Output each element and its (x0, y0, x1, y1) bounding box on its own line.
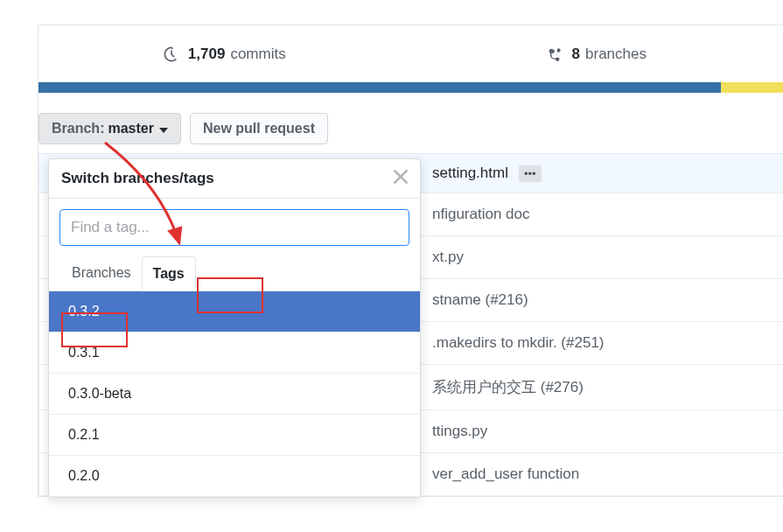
commit-file: setting.html (432, 164, 508, 182)
tag-item[interactable]: 0.2.1 (49, 415, 420, 456)
branch-tag-dropdown: Switch branches/tags Branches Tags 0.3.2… (48, 158, 421, 498)
new-pr-label: New pull request (203, 121, 315, 136)
tag-search-input[interactable] (59, 209, 409, 246)
tag-item[interactable]: 0.3.0-beta (49, 374, 420, 415)
tag-item[interactable]: 0.3.2 (49, 291, 420, 332)
history-icon (164, 46, 179, 62)
branch-value: master (108, 121, 153, 136)
caret-down-icon (159, 121, 168, 136)
tag-item[interactable]: 0.3.1 (49, 332, 420, 374)
branch-prefix: Branch: (52, 121, 104, 136)
branches-label: branches (585, 46, 647, 63)
new-pull-request-button[interactable]: New pull request (190, 113, 328, 144)
commit-ellipsis-button[interactable]: ••• (519, 165, 542, 182)
branch-select-button[interactable]: Branch: master (38, 113, 181, 144)
tab-tags[interactable]: Tags (142, 256, 196, 291)
branches-count: 8 (572, 46, 580, 63)
commits-label: commits (230, 46, 285, 63)
dropdown-title: Switch branches/tags (61, 170, 214, 187)
commits-count: 1,709 (188, 46, 226, 63)
tab-branches[interactable]: Branches (61, 256, 142, 290)
tag-item[interactable]: 0.2.0 (49, 456, 420, 497)
stat-branches[interactable]: 8 branches (411, 25, 784, 82)
branch-icon (548, 46, 563, 62)
stat-commits[interactable]: 1,709 commits (38, 25, 411, 82)
language-bar (38, 82, 783, 93)
close-icon[interactable] (394, 170, 408, 187)
